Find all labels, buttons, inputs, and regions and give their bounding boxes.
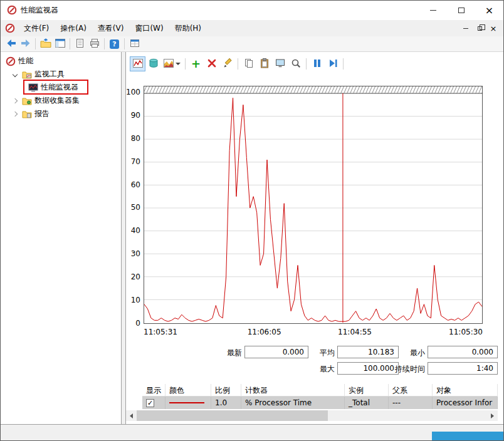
cell-object: Processor Infor	[433, 397, 498, 409]
tree-item-data-collector-sets[interactable]: 数据收集器集	[1, 94, 121, 107]
menu-action[interactable]: 操作(A)	[55, 20, 92, 36]
header-counter[interactable]: 计数器	[241, 384, 345, 397]
chevron-down-icon[interactable]	[13, 71, 18, 76]
duration-value: 1:40	[428, 362, 498, 375]
back-button[interactable]	[4, 37, 18, 51]
child-restore-button[interactable]	[473, 23, 486, 34]
show-checkbox[interactable]: ✓	[146, 399, 154, 407]
tree-item-label: 报告	[34, 108, 50, 119]
console-tree-icon	[55, 38, 66, 51]
triangle-right-icon	[491, 413, 494, 418]
forward-button[interactable]	[18, 37, 33, 51]
tree-item-reports[interactable]: 报告	[1, 107, 121, 120]
counter-table: 显示 颜色 比例 计数器 实例 父系 对象 ✓ 1.0 % Processor …	[142, 384, 498, 409]
child-close-button[interactable]: ×	[487, 23, 500, 34]
show-console-tree-button[interactable]	[53, 37, 67, 51]
folder-report-icon	[22, 109, 32, 119]
add-counter-button[interactable]: +	[188, 56, 204, 71]
menubar: 文件(F) 操作(A) 查看(V) 窗口(W) 帮助(H) ×	[1, 20, 503, 36]
update-data-button[interactable]	[325, 56, 340, 71]
scroll-left-button[interactable]	[126, 410, 137, 421]
up-one-level-button[interactable]	[38, 37, 53, 51]
header-instance[interactable]: 实例	[345, 384, 389, 397]
delete-x-icon	[206, 58, 218, 71]
horizontal-scrollbar	[126, 410, 498, 421]
toolbar-separator	[124, 38, 125, 49]
toolbar-separator	[35, 38, 36, 49]
area-chart-icon	[163, 58, 174, 71]
tree-item-monitoring-tools[interactable]: 监视工具	[1, 68, 121, 81]
maximum-label: 最大	[294, 363, 335, 375]
properties-button[interactable]	[272, 56, 288, 71]
pencil-icon	[222, 58, 233, 71]
print-button[interactable]	[87, 37, 102, 51]
zoom-button[interactable]	[288, 56, 303, 71]
scrollbar-track[interactable]	[137, 410, 487, 421]
view-current-activity-button[interactable]	[130, 56, 145, 71]
header-parent[interactable]: 父系	[389, 384, 433, 397]
toolbar-separator	[343, 58, 344, 70]
x-tick-label: 11:04:55	[338, 328, 372, 336]
menu-items: 文件(F) 操作(A) 查看(V) 窗口(W) 帮助(H)	[18, 20, 207, 36]
window-grid-icon	[129, 38, 140, 51]
tree-item-performance-root[interactable]: 性能	[1, 54, 121, 68]
close-button[interactable]: ×	[475, 1, 503, 19]
menu-file[interactable]: 文件(F)	[18, 20, 55, 36]
x-tick-label: 11:05:31	[144, 328, 177, 336]
chart-x-axis: 11:05:3111:06:0511:04:5511:05:30	[144, 328, 483, 337]
folder-gear-icon	[22, 96, 32, 106]
menu-help[interactable]: 帮助(H)	[169, 20, 207, 36]
forward-arrow-icon	[20, 38, 31, 51]
toolbar-separator	[70, 38, 70, 49]
minimize-icon	[430, 10, 436, 11]
pause-icon	[312, 58, 323, 71]
freeze-display-button[interactable]	[309, 56, 325, 71]
scroll-right-button[interactable]	[487, 410, 498, 421]
minimize-icon	[463, 28, 468, 29]
duration-label: 持续时间	[378, 363, 425, 375]
header-color[interactable]: 颜色	[165, 384, 211, 397]
child-window-icon[interactable]	[5, 23, 15, 33]
y-tick-label: 80	[131, 134, 140, 143]
counter-color-sample	[169, 402, 204, 403]
maximize-button[interactable]	[447, 1, 475, 19]
header-show[interactable]: 显示	[142, 384, 165, 397]
menu-window[interactable]: 窗口(W)	[129, 20, 169, 36]
paste-counter-list-button[interactable]	[256, 56, 272, 71]
highlight-button[interactable]	[219, 56, 235, 71]
help-button[interactable]: ?	[107, 37, 122, 51]
y-tick-label: 0	[135, 319, 140, 328]
chevron-right-icon[interactable]	[13, 111, 18, 116]
restore-icon	[478, 26, 482, 31]
delete-counter-button[interactable]	[204, 56, 219, 71]
toolbar-separator	[238, 58, 238, 70]
titlebar: 性能监视器 ×	[1, 1, 503, 20]
scrollbar-thumb[interactable]	[137, 410, 328, 421]
y-tick-label: 90	[131, 111, 140, 120]
y-tick-label: 100	[126, 88, 140, 96]
chevron-right-icon[interactable]	[13, 98, 18, 103]
window-title: 性能监视器	[21, 1, 58, 20]
copy-icon	[243, 58, 255, 71]
header-scale[interactable]: 比例	[211, 384, 241, 397]
mmc-toolbar: ?	[1, 36, 503, 52]
counter-row[interactable]: ✓ 1.0 % Processor Time _Total --- Proces…	[142, 397, 498, 409]
minimize-button[interactable]	[419, 1, 447, 19]
folder-chart-icon	[22, 70, 32, 80]
folder-up-icon	[40, 38, 51, 51]
minimum-value: 0.000	[428, 346, 498, 358]
tree-item-label: 数据收集器集	[34, 95, 80, 106]
y-tick-label: 60	[131, 180, 140, 189]
header-object[interactable]: 对象	[433, 384, 498, 397]
copy-properties-button[interactable]	[241, 56, 256, 71]
export-list-button[interactable]	[73, 37, 87, 51]
change-graph-type-button[interactable]	[161, 56, 182, 71]
view-log-data-button[interactable]	[145, 56, 161, 71]
new-window-button[interactable]	[127, 37, 142, 51]
child-minimize-button[interactable]	[459, 23, 472, 34]
console-tree-panel: 性能 监视工具 性能监视器 数据收集器集 报告	[1, 52, 122, 424]
performance-monitor-window: 性能监视器 × 文件(F) 操作(A) 查看(V) 窗口(W) 帮助(H) × …	[0, 0, 504, 441]
toolbar-separator	[185, 58, 186, 70]
close-icon: ×	[485, 4, 493, 16]
menu-view[interactable]: 查看(V)	[92, 20, 130, 36]
